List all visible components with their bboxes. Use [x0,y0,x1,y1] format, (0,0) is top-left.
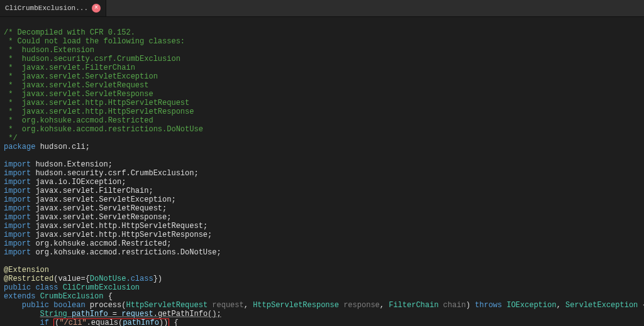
import-name: javax.servlet.http.HttpServletResponse [35,231,208,239]
comment-line: * org.kohsuke.accmod.restrictions.DoNotU… [4,125,203,134]
comment-line: * javax.servlet.ServletResponse [4,90,153,99]
kw-import: import [4,178,31,187]
comment-line: * javax.servlet.ServletException [4,72,158,81]
comment-line: */ [4,134,18,143]
kw-if: if [40,318,49,326]
method-name: process [90,301,121,310]
highlighted-condition: ("/cli".equals(pathInfo)) [53,318,169,326]
comment-line: * hudson.Extension [4,46,94,55]
import-name: javax.servlet.http.HttpServletRequest [35,222,203,231]
kw-import: import [4,239,31,248]
comment-line: * javax.servlet.ServletRequest [4,81,148,90]
package-name: hudson.cli [40,143,86,151]
import-name: org.kohsuke.accmod.Restricted [35,239,167,248]
comment-line: * javax.servlet.http.HttpServletResponse [4,107,194,116]
kw-import: import [4,231,31,239]
import-name: org.kohsuke.accmod.restrictions.DoNotUse [35,248,216,257]
code-editor[interactable]: /* Decompiled with CFR 0.152. * Could no… [0,17,644,326]
kw-import: import [4,222,31,231]
import-name: hudson.security.csrf.CrumbExclusion [35,169,194,178]
comment-line: * Could not load the following classes: [4,37,185,46]
kw-class: class [35,283,58,292]
kw-extends: extends [4,292,35,301]
kw-import: import [4,169,31,178]
comment-line: * javax.servlet.FilterChain [4,63,135,72]
kw-throws: throws [475,301,502,310]
tab-clicrumbexclusion[interactable]: CliCrumbExclusion... × [0,0,106,16]
kw-import: import [4,213,31,222]
kw-import: import [4,160,31,169]
kw-boolean: boolean [53,301,85,310]
kw-import: import [4,195,31,204]
super-class: CrumbExclusion [40,292,104,301]
tab-bar: CliCrumbExclusion... × [0,0,644,17]
comment-line: /* Decompiled with CFR 0.152. [4,28,135,37]
annotation-restricted: @Restricted [4,274,53,283]
kw-import: import [4,248,31,257]
import-name: hudson.Extension [35,160,108,169]
close-icon[interactable]: × [92,4,101,13]
kw-public: public [4,283,31,292]
comment-line: * org.kohsuke.accmod.Restricted [4,116,153,125]
import-name: javax.servlet.ServletException [35,195,171,204]
tab-label: CliCrumbExclusion... [5,4,88,12]
kw-import: import [4,204,31,213]
class-name: CliCrumbExclusion [63,283,140,292]
import-name: javax.servlet.ServletRequest [35,204,162,213]
kw-package: package [4,143,35,151]
import-name: javax.servlet.ServletResponse [35,213,167,222]
import-name: java.io.IOException [35,178,121,187]
comment-line: * javax.servlet.http.HttpServletRequest [4,99,189,107]
semicolon: ; [86,143,90,151]
comment-line: * hudson.security.csrf.CrumbExclusion [4,55,180,63]
annotation-extension: @Extension [4,266,49,274]
kw-import: import [4,187,31,195]
import-name: javax.servlet.FilterChain [35,187,148,195]
kw-public: public [22,301,49,310]
